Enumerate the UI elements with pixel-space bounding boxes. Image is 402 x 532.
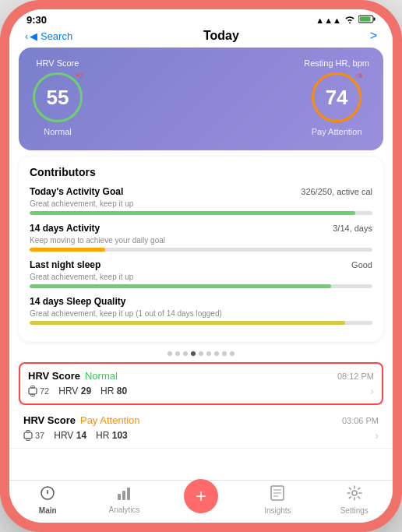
forward-button[interactable]: > (370, 29, 377, 43)
hrv-record-1-time: 03:06 PM (342, 416, 379, 425)
insights-label: Insights (264, 506, 291, 515)
hrv-score-sublabel: Normal (44, 127, 71, 136)
svg-point-19 (352, 491, 357, 495)
main-icon (40, 485, 55, 505)
tab-settings[interactable]: Settings (335, 485, 374, 515)
hrv-record-0-bottom: 72 HRV 29 HR 80 › (28, 385, 374, 397)
svg-rect-8 (26, 439, 30, 441)
contrib-desc-3: Great achievement, keep it up (1 out of … (30, 309, 372, 318)
dot-8 (222, 351, 227, 356)
back-icon: ‹ (25, 30, 28, 42)
svg-rect-4 (31, 386, 35, 389)
tab-insights[interactable]: Insights (258, 485, 297, 515)
contrib-bar-fill-2 (30, 284, 331, 288)
add-button[interactable]: + (184, 479, 218, 513)
dot-3 (183, 351, 188, 356)
svg-rect-13 (122, 491, 125, 500)
contrib-name-0: Today's Activity Goal (30, 186, 123, 197)
contrib-bar-bg-3 (30, 321, 372, 325)
contrib-name-3: 14 days Sleep Quality (30, 296, 125, 307)
dot-6 (206, 351, 211, 356)
rhr-sublabel: Pay Attention (312, 127, 362, 136)
add-icon: + (196, 485, 206, 507)
battery-icon (358, 15, 376, 25)
back-button[interactable]: ‹ ◀ Search (25, 30, 72, 42)
hrv-record-1-bottom: 37 HRV 14 HR 103 › (23, 429, 379, 442)
hrv-record-0-time: 08:12 PM (337, 372, 374, 381)
hrv-records-list: HRV Score Normal 08:12 PM 72 HRV 2 (9, 362, 393, 480)
hrv-record-0-hr: HR 80 (100, 386, 127, 396)
hrv-record-1-watch: 37 (23, 430, 44, 441)
main-label: Main (39, 506, 57, 515)
phone-frame: 9:30 ▲▲▲ (0, 0, 402, 532)
insights-icon (270, 485, 284, 505)
hrv-record-0-label: HRV Score (28, 370, 80, 382)
svg-rect-3 (29, 388, 37, 394)
svg-rect-7 (26, 431, 30, 433)
settings-icon (347, 485, 362, 505)
contrib-bar-fill-0 (30, 211, 355, 215)
hrv-record-0-status: Normal (85, 370, 118, 382)
hrv-record-0[interactable]: HRV Score Normal 08:12 PM 72 HRV 2 (19, 362, 383, 405)
wifi-icon (344, 16, 355, 25)
contrib-item-activity-goal: Today's Activity Goal 326/250, active ca… (30, 186, 372, 215)
contrib-value-0: 326/250, active cal (301, 187, 372, 196)
contrib-bar-fill-3 (30, 321, 345, 325)
tab-add[interactable]: + (182, 487, 220, 513)
hrv-record-0-watch: 72 (28, 386, 49, 396)
hrv-record-1[interactable]: HRV Score Pay Attention 03:06 PM 37 (9, 408, 393, 449)
contrib-desc-0: Great achievement, keep it up (30, 199, 372, 208)
page-title: Today (203, 29, 239, 43)
status-icons: ▲▲▲ (316, 15, 376, 25)
hrv-record-0-chevron: › (370, 385, 374, 397)
contrib-bar-bg-0 (30, 211, 372, 215)
svg-point-11 (47, 492, 48, 494)
hrv-record-1-label: HRV Score (23, 414, 76, 426)
dot-5 (199, 351, 203, 356)
status-time: 9:30 (26, 14, 47, 26)
svg-rect-14 (127, 488, 130, 500)
contrib-name-2: Last night sleep (30, 259, 100, 270)
contributors-card: Contributors Today's Activity Goal 326/2… (19, 157, 383, 342)
tab-analytics[interactable]: Analytics (105, 486, 144, 514)
analytics-label: Analytics (109, 506, 140, 514)
rhr-value: 74 (326, 86, 348, 110)
contrib-value-2: Good (351, 260, 372, 270)
hrv-score-metric: HRV Score 55 +2 Normal (33, 58, 83, 136)
hrv-record-1-top: HRV Score Pay Attention 03:06 PM (23, 414, 379, 426)
hrv-record-0-row1: HRV Score Normal (28, 370, 118, 382)
rhr-circle: 74 ↑9 (312, 72, 361, 122)
svg-rect-12 (118, 494, 121, 500)
hrv-record-0-hrv: HRV 29 (58, 386, 91, 396)
contributors-title: Contributors (30, 166, 372, 178)
tab-bar: Main Analytics + (9, 480, 393, 523)
status-bar: 9:30 ▲▲▲ (9, 9, 393, 27)
hrv-record-1-chevron: › (375, 429, 379, 442)
hrv-record-1-hrv: HRV 14 (54, 430, 86, 441)
contrib-bar-bg-2 (30, 284, 372, 288)
contrib-item-sleep-quality: 14 days Sleep Quality Great achievement,… (30, 296, 372, 325)
contrib-item-sleep: Last night sleep Good Great achievement,… (30, 259, 372, 288)
analytics-icon (117, 486, 132, 504)
back-label: ◀ Search (30, 30, 72, 42)
svg-rect-5 (31, 394, 35, 396)
contrib-bar-bg-1 (30, 248, 372, 252)
rhr-label: Resting HR, bpm (304, 58, 369, 68)
hrv-score-label: HRV Score (37, 58, 79, 68)
dot-9 (230, 351, 235, 356)
hrv-score-delta: +2 (76, 72, 83, 79)
contrib-item-14day-activity: 14 days Activity 3/14, days Keep moving … (30, 223, 372, 252)
svg-rect-2 (360, 17, 371, 22)
hrv-record-0-top: HRV Score Normal 08:12 PM (28, 370, 374, 382)
contrib-desc-1: Keep moving to achieve your daily goal (30, 236, 372, 245)
contrib-name-1: 14 days Activity (30, 223, 100, 234)
tab-main[interactable]: Main (28, 485, 67, 515)
nav-header: ‹ ◀ Search Today > (9, 27, 393, 48)
hrv-score-circle: 55 +2 (33, 72, 83, 122)
rhr-delta: ↑9 (355, 72, 363, 79)
hrv-record-1-row1: HRV Score Pay Attention (23, 414, 140, 426)
settings-label: Settings (340, 506, 368, 515)
hrv-record-1-status: Pay Attention (80, 414, 140, 426)
contrib-value-1: 3/14, days (333, 224, 372, 233)
dot-2 (175, 351, 180, 356)
